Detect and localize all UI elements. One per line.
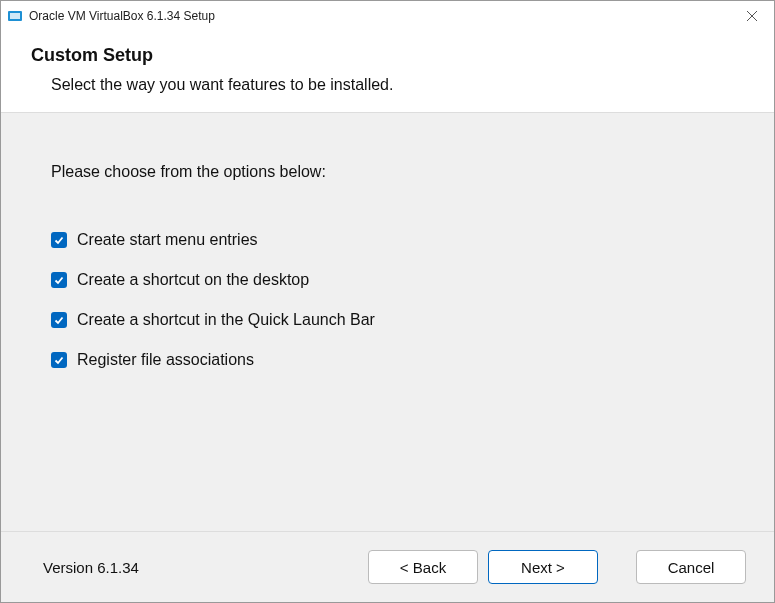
button-group: < Back Next > Cancel — [368, 550, 746, 584]
version-label: Version 6.1.34 — [43, 559, 139, 576]
header: Custom Setup Select the way you want fea… — [1, 31, 774, 113]
checkbox-file-associations[interactable] — [51, 352, 67, 368]
check-icon — [54, 355, 64, 365]
titlebar-title: Oracle VM VirtualBox 6.1.34 Setup — [29, 9, 215, 23]
option-start-menu[interactable]: Create start menu entries — [51, 231, 724, 249]
app-icon — [7, 8, 23, 24]
close-icon — [747, 11, 757, 21]
option-quick-launch[interactable]: Create a shortcut in the Quick Launch Ba… — [51, 311, 724, 329]
instruction-text: Please choose from the options below: — [51, 163, 724, 181]
cancel-button[interactable]: Cancel — [636, 550, 746, 584]
option-desktop-shortcut[interactable]: Create a shortcut on the desktop — [51, 271, 724, 289]
svg-rect-1 — [10, 13, 20, 19]
close-button[interactable] — [729, 1, 774, 31]
page-title: Custom Setup — [31, 45, 744, 66]
option-label: Register file associations — [77, 351, 254, 369]
checkbox-quick-launch[interactable] — [51, 312, 67, 328]
installer-window: Oracle VM VirtualBox 6.1.34 Setup Custom… — [0, 0, 775, 603]
checkbox-start-menu[interactable] — [51, 232, 67, 248]
check-icon — [54, 275, 64, 285]
back-button[interactable]: < Back — [368, 550, 478, 584]
option-label: Create start menu entries — [77, 231, 258, 249]
check-icon — [54, 315, 64, 325]
next-button[interactable]: Next > — [488, 550, 598, 584]
content-area: Please choose from the options below: Cr… — [1, 113, 774, 531]
option-file-associations[interactable]: Register file associations — [51, 351, 724, 369]
option-label: Create a shortcut in the Quick Launch Ba… — [77, 311, 375, 329]
option-label: Create a shortcut on the desktop — [77, 271, 309, 289]
check-icon — [54, 235, 64, 245]
checkbox-desktop-shortcut[interactable] — [51, 272, 67, 288]
titlebar: Oracle VM VirtualBox 6.1.34 Setup — [1, 1, 774, 31]
footer: Version 6.1.34 < Back Next > Cancel — [1, 531, 774, 602]
page-subtitle: Select the way you want features to be i… — [31, 76, 744, 94]
